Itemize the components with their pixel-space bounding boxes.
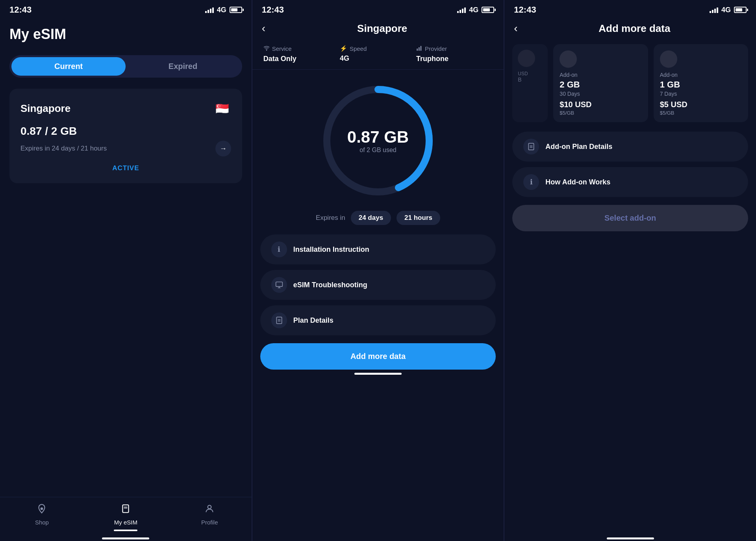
time-1: 12:43: [9, 5, 32, 15]
expires-days-badge[interactable]: 24 days: [351, 211, 391, 225]
circle-sub-label: of 2 GB used: [359, 147, 396, 154]
plan-details-icon: [271, 312, 287, 328]
tab-expired[interactable]: Expired: [126, 57, 240, 76]
addon-cards-row: USD B Add-on 2 GB 30 Days $10 USD $5/GB …: [512, 39, 748, 128]
network-label-1: 4G: [217, 6, 226, 14]
data-circle-container: 0.87 GB of 2 GB used: [252, 70, 504, 208]
how-addon-icon: ℹ: [523, 174, 539, 190]
phone3-header: ‹ Add more data: [504, 18, 756, 39]
addon-plan-details-btn[interactable]: Add-on Plan Details: [512, 132, 748, 162]
phone1-main: My eSIM Current Expired Singapore 🇸🇬 0.8…: [0, 18, 252, 497]
phone-screen-2: 12:43 4G ‹ Singapore Service: [252, 0, 504, 541]
expiry-text: Expires in 24 days / 21 hours: [20, 145, 107, 152]
service-label: Service: [272, 45, 292, 52]
bottom-nav-1: Shop My eSIM Profile: [0, 497, 252, 534]
svg-point-0: [41, 508, 43, 510]
signal-icon-2: [457, 7, 466, 13]
tab-current[interactable]: Current: [11, 57, 126, 76]
bar-icon: [416, 45, 422, 52]
svg-point-3: [208, 505, 211, 509]
installation-instruction-btn[interactable]: ℹ Installation Instruction: [260, 234, 496, 264]
info-row: Service Data Only ⚡ Speed 4G Provider Tr…: [252, 39, 504, 70]
esim-country: Singapore: [20, 102, 70, 115]
nav-active-indicator: [114, 530, 137, 531]
troubleshooting-btn[interactable]: eSIM Troubleshooting: [260, 270, 496, 300]
service-value: Data Only: [263, 55, 340, 63]
signal-icon-3: [710, 7, 718, 13]
esim-card: Singapore 🇸🇬 0.87 / 2 GB Expires in 24 d…: [9, 89, 242, 183]
time-2: 12:43: [262, 5, 284, 15]
status-bar-3: 12:43 4G: [504, 0, 756, 18]
active-badge: ACTIVE: [20, 164, 231, 172]
how-addon-works-btn[interactable]: ℹ How Add-on Works: [512, 167, 748, 197]
time-3: 12:43: [514, 5, 536, 15]
action-buttons: ℹ Installation Instruction eSIM Troubles…: [252, 234, 504, 335]
nav-item-profile[interactable]: Profile: [168, 504, 252, 531]
expires-label: Expires in: [316, 214, 345, 222]
expires-hours-badge[interactable]: 21 hours: [397, 211, 440, 225]
addon-card-2gb[interactable]: Add-on 2 GB 30 Days $10 USD $5/GB: [553, 44, 648, 122]
addon-size-1gb: 1 GB: [660, 80, 742, 90]
svg-rect-14: [529, 143, 534, 150]
addon-avatar-partial: [518, 50, 535, 67]
network-label-3: 4G: [721, 6, 731, 14]
troubleshooting-icon: [271, 277, 287, 293]
addon-avatar-2gb: [560, 50, 577, 68]
nav-item-shop[interactable]: Shop: [0, 504, 84, 531]
esim-card-footer: Expires in 24 days / 21 hours →: [20, 141, 231, 156]
speed-value: 4G: [340, 54, 416, 63]
partial-gb: B: [518, 76, 542, 83]
info-provider: Provider Truphone: [416, 45, 493, 63]
detail-arrow-button[interactable]: →: [215, 141, 231, 156]
back-button-3[interactable]: ‹: [514, 22, 517, 35]
partial-usd: USD: [518, 71, 542, 76]
tab-switcher: Current Expired: [9, 55, 242, 78]
addon-type-1gb: Add-on: [660, 72, 742, 78]
battery-icon-1: [230, 7, 242, 13]
phone3-main: USD B Add-on 2 GB 30 Days $10 USD $5/GB …: [504, 39, 756, 534]
addon-plan-icon: [523, 139, 539, 154]
svg-rect-10: [276, 282, 282, 287]
battery-icon-3: [734, 7, 747, 13]
app-title: My eSIM: [9, 26, 242, 43]
addon-plan-label: Add-on Plan Details: [545, 143, 612, 151]
status-bar-1: 12:43 4G: [0, 0, 252, 18]
add-more-data-button[interactable]: Add more data: [260, 343, 496, 370]
screen-title-3: Add more data: [523, 22, 747, 35]
phone-screen-3: 12:43 4G ‹ Add more data USD B: [504, 0, 756, 541]
home-indicator-3: [607, 537, 654, 539]
phone-screen-1: 12:43 4G My eSIM Current Expired Singapo…: [0, 0, 252, 541]
provider-value: Truphone: [416, 55, 493, 63]
shop-icon: [37, 504, 47, 517]
battery-icon-2: [482, 7, 494, 13]
myesim-icon: [120, 504, 131, 517]
addon-pergb-1gb: $5/GB: [660, 110, 742, 116]
addon-price-1gb: $5 USD: [660, 100, 742, 109]
svg-rect-11: [276, 317, 282, 324]
back-button-2[interactable]: ‹: [262, 22, 265, 35]
signal-icon-1: [205, 7, 214, 13]
select-addon-button[interactable]: Select add-on: [512, 205, 748, 231]
home-indicator-1: [102, 537, 149, 539]
instruction-label: Installation Instruction: [293, 245, 369, 254]
nav-label-shop: Shop: [35, 519, 49, 526]
svg-rect-5: [417, 48, 418, 50]
addon-days-2gb: 30 Days: [560, 91, 641, 97]
country-flag: 🇸🇬: [214, 100, 231, 117]
esim-card-header: Singapore 🇸🇬: [20, 100, 231, 117]
expires-row: Expires in 24 days 21 hours: [252, 208, 504, 234]
svg-rect-6: [419, 47, 420, 51]
addon-price-2gb: $10 USD: [560, 100, 641, 109]
addon-days-1gb: 7 Days: [660, 91, 742, 97]
addon-card-1gb[interactable]: Add-on 1 GB 7 Days $5 USD $5/GB: [654, 44, 748, 122]
nav-label-profile: Profile: [201, 519, 218, 526]
addon-size-2gb: 2 GB: [560, 80, 641, 90]
nav-label-myesim: My eSIM: [114, 519, 137, 526]
plan-details-btn[interactable]: Plan Details: [260, 305, 496, 335]
home-indicator-2: [354, 373, 402, 375]
phone3-action-buttons: Add-on Plan Details ℹ How Add-on Works: [512, 128, 748, 201]
nav-item-myesim[interactable]: My eSIM: [84, 504, 168, 531]
how-addon-label: How Add-on Works: [545, 178, 610, 186]
status-icons-1: 4G: [205, 6, 242, 14]
info-service: Service Data Only: [263, 45, 340, 63]
